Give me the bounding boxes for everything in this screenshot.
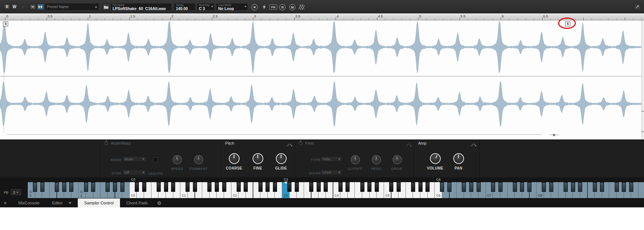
piano-key-black[interactable] xyxy=(629,182,633,192)
close-lower-zone-button[interactable]: × xyxy=(4,199,7,207)
piano-key-black[interactable] xyxy=(84,182,88,192)
piano-key-black[interactable] xyxy=(295,182,299,192)
piano-key-black[interactable] xyxy=(578,182,582,192)
piano-key-black[interactable] xyxy=(411,182,415,192)
preset-name-field[interactable]: Preset Name ◆ xyxy=(45,3,99,11)
piano-key-black[interactable] xyxy=(186,182,190,192)
piano-key-black[interactable] xyxy=(418,182,423,192)
loop-mode-field[interactable]: Loop Mode No Loop xyxy=(216,3,248,11)
piano-key-black[interactable] xyxy=(346,182,350,192)
piano-key-black[interactable] xyxy=(287,182,291,192)
piano-key-black[interactable] xyxy=(324,182,328,192)
piano-key-black[interactable] xyxy=(106,182,110,192)
setup-gear-icon[interactable]: ⚙ xyxy=(157,200,161,206)
piano-key-black[interactable] xyxy=(477,182,481,192)
piano-key-white[interactable] xyxy=(638,182,644,198)
piano-key-black[interactable] xyxy=(244,182,248,192)
loop-mode-dropdown-icon[interactable] xyxy=(244,6,247,9)
tab-sampler-control[interactable]: Sampler Control xyxy=(78,198,120,207)
scroll-indicator[interactable] xyxy=(7,134,542,135)
piano-key-black[interactable] xyxy=(237,182,241,192)
piano-key-black[interactable] xyxy=(222,182,226,192)
filter-envelope-icon[interactable] xyxy=(406,141,411,145)
load-sample-button[interactable] xyxy=(102,3,110,11)
root-key-dropdown-icon[interactable] xyxy=(211,6,213,9)
piano-key-black[interactable] xyxy=(33,182,37,192)
piano-key-black[interactable] xyxy=(135,182,139,192)
piano-key-black[interactable] xyxy=(397,182,401,192)
piano-key-black[interactable] xyxy=(215,182,219,192)
one-shot-button[interactable] xyxy=(251,4,258,10)
piano-key-black[interactable] xyxy=(440,182,444,192)
mono-mode-button[interactable]: M xyxy=(289,4,296,10)
piano-key-black[interactable] xyxy=(542,182,546,192)
piano-key-black[interactable] xyxy=(600,182,604,192)
open-in-window-button[interactable]: ↗ xyxy=(634,3,641,10)
piano-key-black[interactable] xyxy=(338,182,343,192)
filter-power-button[interactable] xyxy=(299,141,303,145)
amp-envelope-icon[interactable] xyxy=(471,141,476,145)
sample-start-flag[interactable]: S xyxy=(3,22,8,26)
filter-type-select[interactable]: Tube xyxy=(321,156,342,162)
timeline-ruler[interactable]: 00.511.522.533.544.555.566.5 xyxy=(0,13,644,20)
root-key-marker[interactable] xyxy=(284,182,288,186)
piano-key-black[interactable] xyxy=(367,182,371,192)
waveform-display[interactable]: S S xyxy=(0,20,644,139)
autoscroll-button[interactable] xyxy=(37,4,44,10)
fixed-velocity-button[interactable] xyxy=(261,4,267,10)
tab-chord-pads[interactable]: Chord Pads xyxy=(120,198,154,207)
piano-key-black[interactable] xyxy=(164,182,168,192)
piano-key-black[interactable] xyxy=(491,182,495,192)
piano-key-black[interactable] xyxy=(142,182,146,192)
sample-end-flag[interactable]: S xyxy=(565,22,570,26)
piano-key-black[interactable] xyxy=(615,182,619,192)
tab-mixconsole[interactable]: MixConsole xyxy=(12,198,46,207)
piano-key-black[interactable] xyxy=(462,182,466,192)
piano-key-black[interactable] xyxy=(571,182,575,192)
piano-key-black[interactable] xyxy=(113,182,117,192)
piano-key-black[interactable] xyxy=(622,182,626,192)
piano-key-black[interactable] xyxy=(447,182,451,192)
piano-key-black[interactable] xyxy=(273,182,277,192)
piano-key-black[interactable] xyxy=(564,182,568,192)
piano-key-black[interactable] xyxy=(389,182,393,192)
root-key-field[interactable]: Root Key C 3 xyxy=(197,3,215,11)
read-automation-button[interactable]: R xyxy=(4,4,10,10)
piano-key-black[interactable] xyxy=(498,182,503,192)
vertical-zoom-strip[interactable] xyxy=(641,20,644,139)
piano-key-black[interactable] xyxy=(258,182,263,192)
piano-key-black[interactable] xyxy=(527,182,531,192)
formant-knob[interactable]: FORMANT xyxy=(185,155,212,171)
fixed-pitch-button[interactable]: FIX xyxy=(269,4,277,10)
piano-key-black[interactable] xyxy=(55,182,59,192)
horizontal-zoom-control[interactable] xyxy=(550,134,559,136)
pitchbend-select[interactable]: 2 xyxy=(11,189,21,195)
file-name-field[interactable]: File Name LPSoftShake_60_C16Alt.wav xyxy=(110,3,172,11)
piano-key-black[interactable] xyxy=(360,182,364,192)
piano-key-black[interactable] xyxy=(91,182,95,192)
piano-key-black[interactable] xyxy=(40,182,44,192)
sync-select[interactable]: Off xyxy=(123,170,146,175)
drive-knob[interactable]: DRIVE xyxy=(384,155,410,171)
legato-toggle[interactable] xyxy=(153,157,158,162)
piano-key-black[interactable] xyxy=(207,182,211,192)
piano-key-black[interactable] xyxy=(375,182,379,192)
slice-playback-button[interactable] xyxy=(299,4,305,10)
reverse-button[interactable]: Я xyxy=(279,4,286,10)
filter-shape-select[interactable]: LP24 xyxy=(321,170,342,175)
piano-key-black[interactable] xyxy=(120,182,124,192)
piano-key-black[interactable] xyxy=(193,182,197,192)
editor-dropdown-icon[interactable] xyxy=(69,202,71,206)
piano-keyboard[interactable]: C-2C-1C0C1C2C3C4C5C6C7C8 xyxy=(28,182,644,198)
tempo-field[interactable]: Tempo 140.00 xyxy=(174,3,196,11)
mode-select[interactable]: Music xyxy=(123,156,146,162)
piano-key-black[interactable] xyxy=(513,182,517,192)
piano-key-black[interactable] xyxy=(171,182,175,192)
piano-key-black[interactable] xyxy=(469,182,473,192)
pan-knob[interactable]: PAN xyxy=(445,153,472,170)
piano-key-black[interactable] xyxy=(317,182,321,192)
glide-knob[interactable]: GLIDE xyxy=(268,153,294,170)
coarse-knob[interactable]: COARSE xyxy=(221,153,247,170)
write-automation-button[interactable]: W xyxy=(11,4,18,10)
piano-key-black[interactable] xyxy=(593,182,597,192)
